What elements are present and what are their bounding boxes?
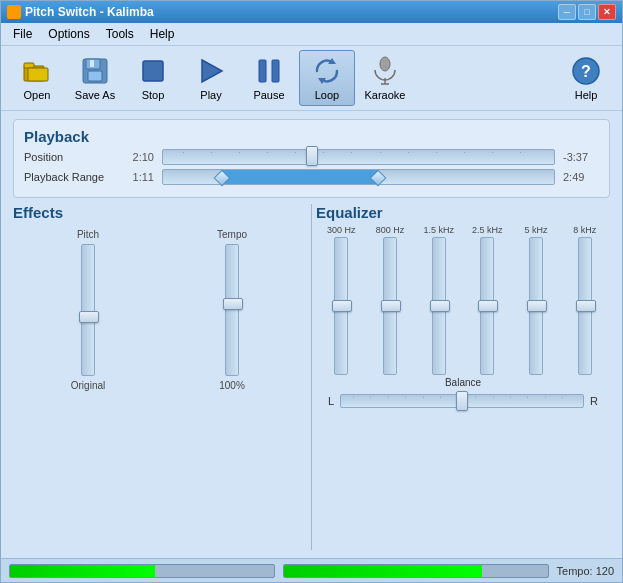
window-title: Pitch Switch - Kalimba — [25, 5, 154, 19]
main-content: Playback Position 2:10 -3:37 Playback Ra… — [1, 111, 622, 558]
balance-thumb[interactable] — [456, 391, 468, 411]
eq-1500hz: 1.5 kHz — [417, 225, 460, 375]
eq-8000hz: 8 kHz — [563, 225, 606, 375]
eq-title: Equalizer — [316, 204, 610, 221]
range-slider[interactable] — [162, 169, 555, 185]
svg-rect-1 — [24, 63, 34, 68]
help-button[interactable]: ? Help — [558, 50, 614, 106]
open-button[interactable]: Open — [9, 50, 65, 106]
effects-section: Effects Pitch Original Tempo — [13, 204, 307, 550]
balance-container: Balance L R — [316, 375, 610, 414]
stop-button[interactable]: Stop — [125, 50, 181, 106]
tempo-thumb[interactable] — [223, 298, 243, 310]
minimize-button[interactable]: ─ — [558, 4, 576, 20]
position-slider[interactable] — [162, 149, 555, 165]
eq-800hz: 800 Hz — [369, 225, 412, 375]
balance-title: Balance — [320, 377, 606, 388]
eq-1500hz-thumb[interactable] — [430, 300, 450, 312]
eq-section: Equalizer 300 Hz 800 Hz — [316, 204, 610, 550]
svg-rect-10 — [272, 60, 279, 82]
balance-slider[interactable] — [340, 394, 584, 408]
play-button[interactable]: Play — [183, 50, 239, 106]
svg-rect-5 — [88, 71, 102, 81]
svg-rect-7 — [143, 61, 163, 81]
play-icon — [195, 55, 227, 87]
stop-icon — [137, 55, 169, 87]
pitch-thumb[interactable] — [79, 311, 99, 323]
toolbar: Open Save As Stop — [1, 46, 622, 111]
status-bar: Tempo: 120 — [1, 558, 622, 582]
position-right-value: -3:37 — [563, 151, 599, 163]
range-label: Playback Range — [24, 171, 114, 183]
eq-5000hz-slider[interactable] — [529, 237, 543, 375]
position-thumb[interactable] — [306, 146, 318, 166]
app-icon — [7, 5, 21, 19]
eq-8000hz-thumb[interactable] — [576, 300, 596, 312]
eq-8000hz-label: 8 kHz — [573, 225, 596, 235]
eq-300hz: 300 Hz — [320, 225, 363, 375]
svg-rect-6 — [90, 60, 94, 67]
tempo-label: Tempo — [217, 229, 247, 240]
position-left-value: 2:10 — [122, 151, 154, 163]
eq-2500hz-slider[interactable] — [480, 237, 494, 375]
balance-row: L R — [320, 390, 606, 412]
eq-5000hz-thumb[interactable] — [527, 300, 547, 312]
balance-right-label: R — [590, 395, 598, 407]
loop-icon — [311, 55, 343, 87]
pitch-value: Original — [71, 380, 105, 391]
eq-800hz-slider[interactable] — [383, 237, 397, 375]
position-label: Position — [24, 151, 114, 163]
title-bar: Pitch Switch - Kalimba ─ □ ✕ — [1, 1, 622, 23]
range-fill — [222, 170, 378, 184]
close-button[interactable]: ✕ — [598, 4, 616, 20]
svg-rect-9 — [259, 60, 266, 82]
pause-button[interactable]: Pause — [241, 50, 297, 106]
eq-2500hz-thumb[interactable] — [478, 300, 498, 312]
eq-5000hz: 5 kHz — [515, 225, 558, 375]
save-icon — [79, 55, 111, 87]
tempo-value: 100% — [219, 380, 245, 391]
range-left-value: 1:11 — [122, 171, 154, 183]
effects-sliders: Pitch Original Tempo 100% — [13, 225, 307, 395]
eq-800hz-thumb[interactable] — [381, 300, 401, 312]
eq-300hz-slider[interactable] — [334, 237, 348, 375]
help-icon: ? — [570, 55, 602, 87]
pitch-label: Pitch — [77, 229, 99, 240]
eq-1500hz-label: 1.5 kHz — [423, 225, 454, 235]
range-right-value: 2:49 — [563, 171, 599, 183]
position-row: Position 2:10 -3:37 — [24, 149, 599, 165]
eq-8000hz-slider[interactable] — [578, 237, 592, 375]
level-fill-2 — [284, 565, 482, 577]
svg-marker-8 — [202, 60, 222, 82]
eq-2500hz: 2.5 kHz — [466, 225, 509, 375]
eq-300hz-thumb[interactable] — [332, 300, 352, 312]
tempo-display: Tempo: 120 — [557, 565, 614, 577]
pitch-slider[interactable] — [81, 244, 95, 376]
menu-tools[interactable]: Tools — [98, 25, 142, 43]
level-meter-1 — [9, 564, 275, 578]
svg-point-13 — [380, 57, 390, 71]
window-controls: ─ □ ✕ — [558, 4, 616, 20]
tempo-slider[interactable] — [225, 244, 239, 376]
eq-2500hz-label: 2.5 kHz — [472, 225, 503, 235]
menu-options[interactable]: Options — [40, 25, 97, 43]
karaoke-button[interactable]: Karaoke — [357, 50, 413, 106]
pause-icon — [253, 55, 285, 87]
svg-text:?: ? — [581, 63, 591, 80]
loop-button[interactable]: Loop — [299, 50, 355, 106]
open-icon — [21, 55, 53, 87]
svg-rect-2 — [28, 68, 48, 81]
menu-file[interactable]: File — [5, 25, 40, 43]
menu-bar: File Options Tools Help — [1, 23, 622, 46]
level-meter-2 — [283, 564, 549, 578]
menu-help[interactable]: Help — [142, 25, 183, 43]
section-divider — [311, 204, 312, 550]
maximize-button[interactable]: □ — [578, 4, 596, 20]
main-window: Pitch Switch - Kalimba ─ □ ✕ File Option… — [0, 0, 623, 583]
save-as-button[interactable]: Save As — [67, 50, 123, 106]
eq-band-sliders: 300 Hz 800 Hz 1.5 kHz — [316, 225, 610, 375]
eq-300hz-label: 300 Hz — [327, 225, 356, 235]
effects-title: Effects — [13, 204, 307, 221]
eq-1500hz-slider[interactable] — [432, 237, 446, 375]
effects-equalizer: Effects Pitch Original Tempo — [13, 204, 610, 550]
